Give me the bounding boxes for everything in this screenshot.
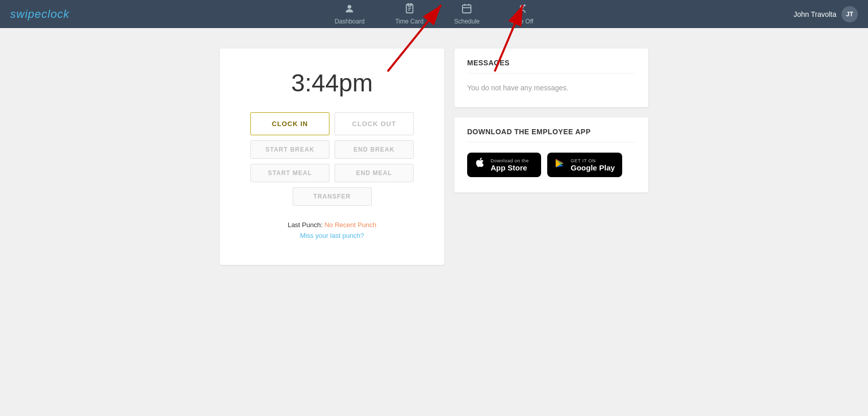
download-panel: DOWNLOAD THE EMPLOYEE APP Download on th…: [454, 117, 648, 192]
transfer-row: TRANSFER: [250, 187, 414, 206]
google-play-sub: GET IT ON: [571, 158, 615, 163]
nav-center: Dashboard Time Card Schedule Time Off: [335, 3, 533, 25]
clock-buttons-row: CLOCK IN CLOCK OUT: [250, 112, 414, 135]
time-display: 3:44pm: [250, 69, 414, 97]
nav-timeoff[interactable]: Time Off: [510, 3, 533, 25]
messages-title: MESSAGES: [467, 59, 635, 74]
google-play-name: Google Play: [571, 163, 615, 172]
transfer-button[interactable]: TRANSFER: [293, 187, 372, 206]
miss-punch-link[interactable]: Miss your last punch?: [250, 232, 414, 239]
meal-row: START MEAL END MEAL: [250, 164, 414, 182]
timecard-icon: [404, 3, 415, 17]
nav-timecard[interactable]: Time Card: [395, 3, 424, 25]
schedule-icon: [461, 3, 472, 17]
app-store-text: Download on the App Store: [491, 158, 529, 172]
user-info: John Travolta JT: [794, 6, 858, 22]
user-name: John Travolta: [794, 10, 836, 18]
svg-point-5: [520, 6, 523, 8]
end-break-button[interactable]: END BREAK: [335, 140, 414, 159]
last-punch-area: Last Punch: No Recent Punch Miss your la…: [250, 221, 414, 239]
download-title: DOWNLOAD THE EMPLOYEE APP: [467, 128, 635, 142]
last-punch-label: Last Punch:: [288, 221, 324, 229]
apple-icon: [474, 157, 486, 173]
messages-empty: You do not have any messages.: [467, 84, 635, 92]
nav-dashboard-label: Dashboard: [335, 18, 365, 25]
start-break-button[interactable]: START BREAK: [250, 140, 329, 159]
end-meal-button[interactable]: END MEAL: [335, 164, 414, 182]
app-store-sub: Download on the: [491, 158, 529, 163]
clock-panel: 3:44pm CLOCK IN CLOCK OUT START BREAK EN…: [220, 48, 444, 265]
nav-timeoff-label: Time Off: [510, 18, 533, 25]
svg-rect-3: [410, 4, 411, 6]
app-buttons: Download on the App Store GET IT ON Goog…: [467, 153, 635, 177]
google-play-text: GET IT ON Google Play: [571, 158, 615, 172]
svg-rect-4: [463, 5, 471, 13]
avatar[interactable]: JT: [841, 6, 858, 22]
nav-dashboard[interactable]: Dashboard: [335, 3, 365, 25]
app-store-button[interactable]: Download on the App Store: [467, 153, 541, 177]
main-content: 3:44pm CLOCK IN CLOCK OUT START BREAK EN…: [0, 28, 868, 285]
break-meal-grid: START BREAK END BREAK START MEAL END MEA…: [250, 140, 414, 206]
clock-in-button[interactable]: CLOCK IN: [250, 112, 329, 135]
svg-rect-2: [407, 4, 409, 6]
clock-out-button[interactable]: CLOCK OUT: [335, 112, 414, 135]
logo: swipeclock: [10, 8, 69, 21]
messages-panel: MESSAGES You do not have any messages.: [454, 48, 648, 107]
dashboard-icon: [344, 3, 355, 17]
last-punch-value: No Recent Punch: [324, 221, 376, 229]
navbar: swipeclock Dashboard Time Card Schedule: [0, 0, 868, 28]
nav-timecard-label: Time Card: [395, 18, 424, 25]
timeoff-icon: [516, 3, 527, 17]
break-row: START BREAK END BREAK: [250, 140, 414, 159]
nav-schedule-label: Schedule: [454, 18, 479, 25]
google-play-button[interactable]: GET IT ON Google Play: [547, 153, 622, 177]
svg-point-0: [348, 5, 351, 9]
google-play-icon: [554, 157, 566, 173]
app-store-name: App Store: [491, 163, 529, 172]
nav-schedule[interactable]: Schedule: [454, 3, 479, 25]
right-panels: MESSAGES You do not have any messages. D…: [454, 48, 648, 192]
start-meal-button[interactable]: START MEAL: [250, 164, 329, 182]
